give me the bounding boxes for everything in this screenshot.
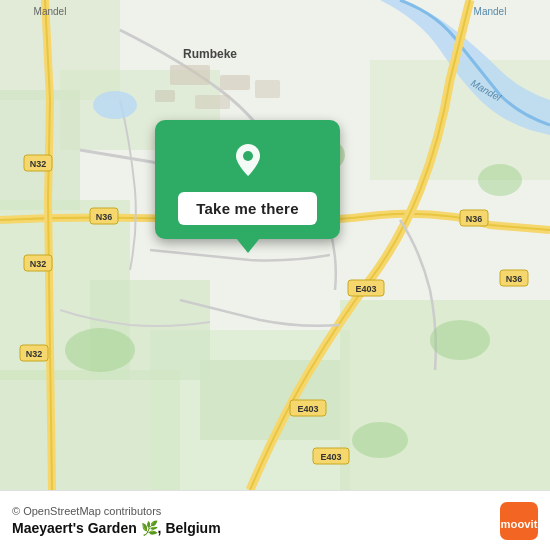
svg-rect-34 <box>220 75 250 90</box>
svg-text:N36: N36 <box>466 214 483 224</box>
svg-text:N32: N32 <box>30 259 47 269</box>
svg-rect-33 <box>170 65 210 85</box>
svg-point-45 <box>243 151 253 161</box>
location-popup[interactable]: Take me there <box>155 120 340 239</box>
svg-text:N36: N36 <box>506 274 523 284</box>
svg-point-43 <box>93 91 137 119</box>
attribution: © OpenStreetMap contributors <box>12 505 221 517</box>
svg-text:Mandel: Mandel <box>34 6 67 17</box>
svg-point-39 <box>65 328 135 372</box>
map-area: Mandel N32 N32 N32 N36 N36 <box>0 0 550 490</box>
take-me-there-button[interactable]: Take me there <box>178 192 316 225</box>
svg-text:Mandel: Mandel <box>474 6 507 17</box>
bottom-info: © OpenStreetMap contributors Maeyaert's … <box>12 505 221 536</box>
svg-text:Rumbeke: Rumbeke <box>183 47 237 61</box>
svg-text:E403: E403 <box>297 404 318 414</box>
location-name: Maeyaert's Garden 🌿, Belgium <box>12 520 221 536</box>
svg-text:N32: N32 <box>26 349 43 359</box>
svg-point-41 <box>352 422 408 458</box>
svg-text:E403: E403 <box>355 284 376 294</box>
svg-text:E403: E403 <box>320 452 341 462</box>
moovit-logo-icon: moovit <box>500 502 538 540</box>
svg-point-40 <box>430 320 490 360</box>
svg-point-42 <box>478 164 522 196</box>
bottom-bar: © OpenStreetMap contributors Maeyaert's … <box>0 490 550 550</box>
svg-text:moovit: moovit <box>501 517 538 529</box>
svg-rect-35 <box>255 80 280 98</box>
svg-rect-37 <box>195 95 230 109</box>
svg-text:N32: N32 <box>30 159 47 169</box>
location-pin-icon <box>226 138 270 182</box>
svg-rect-36 <box>155 90 175 102</box>
svg-text:N36: N36 <box>96 212 113 222</box>
moovit-logo: moovit <box>500 502 538 540</box>
